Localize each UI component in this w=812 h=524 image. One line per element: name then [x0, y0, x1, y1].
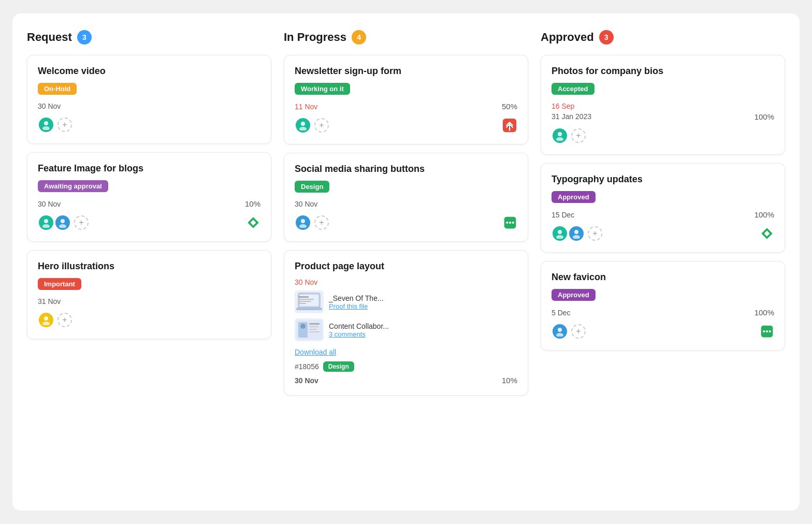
- add-avatar-btn[interactable]: +: [314, 118, 329, 133]
- file-name: Content Collabor...: [329, 322, 389, 330]
- add-avatar-btn[interactable]: +: [57, 313, 72, 327]
- add-avatar-btn[interactable]: +: [571, 128, 586, 143]
- download-all-link[interactable]: Download all: [295, 348, 336, 356]
- card-date-c2: 30 Nov: [38, 200, 61, 208]
- card-footer-c8: +: [552, 225, 774, 242]
- card-title-c9: New favicon: [552, 272, 774, 283]
- card-date-red-c7: 16 Sep: [552, 102, 774, 110]
- svg-point-3: [42, 224, 50, 228]
- svg-point-0: [44, 121, 48, 125]
- task-tag: Design: [323, 361, 354, 372]
- svg-point-40: [763, 330, 765, 332]
- svg-point-14: [506, 222, 508, 224]
- card-title-c1: Welcome video: [38, 66, 260, 77]
- dots-icon: [503, 215, 517, 230]
- card-c9[interactable]: New faviconApproved 5 Dec 100% +: [541, 261, 785, 351]
- card-date-row-c9: 5 Dec 100%: [552, 308, 774, 317]
- card-avatars: +: [38, 312, 72, 328]
- arrow-up-icon: [502, 118, 517, 133]
- attachment-thumb: [295, 318, 324, 341]
- card-date-c1: 30 Nov: [38, 102, 61, 110]
- svg-point-15: [509, 222, 511, 224]
- svg-rect-23: [298, 303, 306, 304]
- attachment-thumb: [295, 290, 324, 313]
- column-badge-in-progress: 4: [352, 30, 366, 45]
- card-percent: 100%: [755, 210, 774, 219]
- card-date-row-c4: 11 Nov 50%: [295, 102, 517, 111]
- svg-point-33: [558, 230, 562, 234]
- card-footer-c9: +: [552, 323, 774, 340]
- card-avatars: +: [295, 214, 329, 231]
- card-percent: 50%: [502, 102, 517, 111]
- card-footer-c5: +: [295, 214, 517, 231]
- card-date-label: 30 Nov: [295, 376, 318, 385]
- attachments-c6: _Seven Of The... Proof this file Content…: [295, 290, 517, 341]
- card-c5[interactable]: Social media sharing buttonsDesign 30 No…: [284, 153, 528, 242]
- add-avatar-btn[interactable]: +: [588, 226, 602, 241]
- card-avatars: +: [552, 225, 602, 242]
- attachment-item: _Seven Of The... Proof this file: [295, 290, 517, 313]
- svg-point-35: [574, 230, 578, 234]
- card-c2[interactable]: Feature Image for blogsAwaiting approval…: [27, 152, 271, 242]
- svg-point-41: [766, 330, 768, 332]
- card-c7[interactable]: Photos for company biosAccepted16 Sep 31…: [541, 55, 785, 155]
- svg-point-8: [301, 122, 305, 126]
- card-tag-c3: Important: [38, 278, 81, 290]
- card-c8[interactable]: Typography updatesApproved 15 Dec 100% +: [541, 163, 785, 253]
- card-c6[interactable]: Product page layout30 Nov _Seven Of The.…: [284, 250, 528, 396]
- card-icon-area: [760, 324, 774, 339]
- column-header-approved: Approved 3: [541, 30, 785, 45]
- card-percent: 10%: [245, 199, 260, 208]
- card-title-c5: Social media sharing buttons: [295, 164, 517, 174]
- svg-rect-21: [298, 299, 314, 300]
- card-extra-date-row: 31 Jan 2023 100%: [552, 112, 774, 121]
- card-footer-c2: +: [38, 214, 260, 231]
- task-meta-row: #18056 Design: [295, 361, 517, 372]
- svg-point-26: [300, 324, 306, 329]
- column-title-in-progress: In Progress: [284, 31, 346, 44]
- column-in-progress: In Progress 4 Newsletter sign-up formWor…: [284, 30, 528, 494]
- card-avatars: 30 Nov: [295, 376, 318, 385]
- dots-icon: [760, 324, 774, 339]
- card-title-c8: Typography updates: [552, 174, 774, 185]
- card-footer-c7: +: [552, 127, 774, 144]
- column-request: Request 3 Welcome videoOn-Hold 30 Nov + …: [27, 30, 271, 494]
- card-icon-area: [246, 215, 260, 230]
- card-avatars: +: [295, 117, 329, 134]
- svg-point-32: [556, 137, 563, 141]
- svg-point-4: [61, 219, 65, 223]
- card-date-c3: 31 Nov: [38, 297, 61, 305]
- card-date-row-c8: 15 Dec 100%: [552, 210, 774, 219]
- svg-point-16: [512, 222, 514, 224]
- diamond-icon: [246, 215, 260, 230]
- card-tag-c9: Approved: [552, 289, 596, 301]
- column-badge-approved: 3: [599, 30, 614, 45]
- card-date-row-c3: 31 Nov: [38, 297, 260, 305]
- card-title-c7: Photos for company bios: [552, 66, 774, 77]
- add-avatar-btn[interactable]: +: [57, 118, 72, 132]
- card-date-row-c2: 30 Nov 10%: [38, 199, 260, 208]
- svg-rect-22: [298, 301, 311, 302]
- card-avatars: +: [38, 117, 72, 133]
- file-link[interactable]: Proof this file: [329, 302, 384, 310]
- file-link[interactable]: 3 comments: [329, 330, 389, 338]
- column-header-in-progress: In Progress 4: [284, 30, 528, 45]
- svg-point-6: [44, 316, 48, 321]
- card-c1[interactable]: Welcome videoOn-Hold 30 Nov +: [27, 55, 271, 144]
- add-avatar-btn[interactable]: +: [571, 324, 586, 339]
- add-avatar-btn[interactable]: +: [74, 215, 89, 230]
- card-date-c8: 15 Dec: [552, 211, 574, 219]
- card-date-row-c5: 30 Nov: [295, 200, 517, 208]
- card-footer-c3: +: [38, 312, 260, 328]
- card-avatars: +: [552, 127, 586, 144]
- svg-rect-29: [309, 329, 317, 330]
- add-avatar-btn[interactable]: +: [314, 215, 329, 230]
- svg-point-11: [301, 219, 305, 223]
- card-extra-date: 31 Jan 2023: [552, 112, 591, 121]
- card-c4[interactable]: Newsletter sign-up formWorking on it 11 …: [284, 55, 528, 144]
- card-avatars: +: [552, 323, 586, 340]
- svg-rect-30: [309, 331, 320, 332]
- card-c3[interactable]: Hero illustrationsImportant 31 Nov +: [27, 250, 271, 339]
- svg-rect-28: [309, 326, 318, 327]
- file-name: _Seven Of The...: [329, 294, 384, 302]
